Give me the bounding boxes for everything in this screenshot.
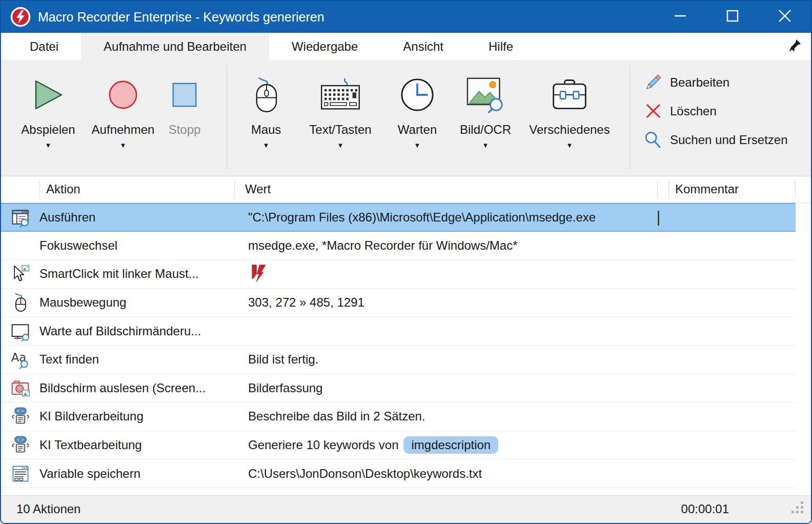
toolbar-button-bild-ocr[interactable]: Bild/OCR▼: [450, 60, 521, 150]
tab-ansicht[interactable]: Ansicht: [380, 33, 466, 60]
table-row-ki-textbearbeitung[interactable]: KI TextbearbeitungGeneriere 10 keywords …: [1, 431, 796, 460]
tab-datei[interactable]: Datei: [7, 33, 81, 60]
tab-hilfe[interactable]: Hilfe: [466, 33, 536, 60]
bolt-logo-icon: [248, 263, 270, 285]
keyboard-icon: [319, 78, 361, 112]
toolbar-button-label: Aufnehmen: [92, 123, 155, 137]
toolbar-button-verschiedenes[interactable]: Verschiedenes▼: [521, 60, 618, 150]
column-separator[interactable]: [795, 181, 796, 198]
toolbar-button-label: Stopp: [169, 123, 201, 137]
value-text: Beschreibe das Bild in 2 Sätzen.: [248, 409, 425, 424]
ribbon: Abspielen▼Aufnehmen▼Stopp Maus▼Text/Tast…: [1, 60, 811, 176]
toolbar-button-label: Bearbeiten: [670, 75, 729, 90]
table-row-ki-bildverarbeitung[interactable]: KI BildverarbeitungBeschreibe das Bild i…: [1, 402, 796, 431]
mouse-big-icon: [251, 76, 281, 114]
table-row-fokuswechsel[interactable]: Fokuswechselmsedge.exe, *Macro Recorder …: [1, 232, 796, 260]
toolbar-button-maus[interactable]: Maus▼: [236, 60, 296, 150]
minimize-button[interactable]: [654, 1, 706, 33]
text-find-icon: Aa: [10, 349, 31, 370]
screen-capture-icon: [10, 378, 31, 398]
toolbar-button-aufnehmen[interactable]: Aufnehmen▼: [84, 60, 162, 150]
column-header-kommentar[interactable]: Kommentar: [675, 176, 739, 202]
window-title: Macro Recorder Enterprise - Keywords gen…: [38, 10, 324, 25]
table-row-ausf-hren[interactable]: Ausführen"C:\Program Files (x86)\Microso…: [1, 203, 796, 232]
mouse-small-icon: [10, 292, 31, 313]
table-header: Aktion Wert Kommentar: [1, 176, 811, 203]
ribbon-separator: [630, 65, 630, 170]
value-cell: Bilderfassung: [241, 381, 796, 395]
action-cell: Fokuswechsel: [39, 238, 241, 253]
table-row-smartclick-mit-linker-maust[interactable]: SmartClick mit linker Maust...: [1, 260, 796, 289]
action-cell: Mausbewegung: [39, 295, 241, 310]
dropdown-arrow-icon[interactable]: ▼: [566, 142, 573, 150]
svg-text:Aa: Aa: [11, 351, 26, 364]
dropdown-arrow-icon[interactable]: ▼: [45, 142, 52, 150]
value-text: "C:\Program Files (x86)\Microsoft\Edge\A…: [248, 210, 596, 225]
toolbar-button-label: Maus: [251, 123, 281, 137]
value-text: Bilderfassung: [248, 381, 322, 395]
value-cell: 303, 272 » 485, 1291: [241, 295, 796, 310]
column-separator[interactable]: [657, 181, 658, 198]
actions-count: 10 Aktionen: [16, 496, 80, 522]
value-cell: Bild ist fertig.: [241, 352, 796, 367]
table-row-text-finden[interactable]: AaText findenBild ist fertig.: [1, 346, 796, 374]
ribbon-pin-button[interactable]: [788, 33, 811, 60]
add-action-group: Maus▼Text/Tasten▼Warten▼Bild/OCR▼Verschi…: [236, 60, 618, 150]
action-cell: SmartClick mit linker Maust...: [39, 267, 241, 281]
dropdown-arrow-icon[interactable]: ▼: [337, 142, 344, 150]
toolbar-button-abspielen[interactable]: Abspielen▼: [12, 60, 84, 150]
column-separator[interactable]: [668, 181, 669, 198]
column-separator[interactable]: [39, 181, 40, 198]
toolbar-button-label: Abspielen: [21, 123, 75, 137]
variable-chip[interactable]: imgdescription: [403, 436, 498, 454]
stop-icon: [172, 82, 197, 108]
value-cell: Beschreibe das Bild in 2 Sätzen.: [241, 409, 796, 424]
value-text: Bild ist fertig.: [248, 352, 318, 367]
status-bar: 10 Aktionen 00:00:01: [1, 495, 811, 523]
table-row-mausbewegung[interactable]: Mausbewegung303, 272 » 485, 1291: [1, 289, 796, 317]
dropdown-arrow-icon[interactable]: ▼: [120, 142, 127, 150]
duration: 00:00:01: [681, 496, 729, 522]
tab-wiedergabe[interactable]: Wiedergabe: [269, 33, 380, 60]
pencil-icon: [644, 73, 662, 92]
maximize-icon: [725, 9, 740, 25]
resize-grip-icon[interactable]: [790, 500, 805, 517]
dropdown-arrow-icon[interactable]: ▼: [414, 142, 421, 150]
column-header-wert[interactable]: Wert: [245, 176, 271, 202]
table-row-warte-auf-bildschirm-nderu[interactable]: Warte auf Bildschirmänderu...: [1, 317, 796, 346]
toolbar-button-label: Text/Tasten: [309, 123, 371, 137]
toolbar-button-suchen-und-ersetzen[interactable]: Suchen und Ersetzen: [644, 129, 788, 151]
close-button[interactable]: [759, 1, 811, 33]
toolbar-button-label: Löschen: [670, 104, 717, 118]
value-cell: C:\Users\JonDonson\Desktop\keywords.txt: [241, 467, 796, 481]
toolbar-button-label: Suchen und Ersetzen: [670, 133, 788, 147]
toolbar-button-bearbeiten[interactable]: Bearbeiten: [644, 71, 788, 93]
ribbon-separator: [227, 65, 227, 170]
toolbar-button-label: Verschiedenes: [529, 123, 610, 137]
value-text: C:\Users\JonDonson\Desktop\keywords.txt: [248, 467, 482, 481]
dropdown-arrow-icon[interactable]: ▼: [263, 142, 270, 150]
window-controls: [654, 1, 811, 33]
record-icon: [108, 79, 138, 110]
dropdown-arrow-icon[interactable]: ▼: [482, 142, 489, 150]
edit-group: BearbeitenLöschenSuchen und Ersetzen: [644, 71, 788, 151]
maximize-button[interactable]: [706, 1, 759, 33]
table-row-bildschirm-auslesen-screen[interactable]: Bildschirm auslesen (Screen...Bilderfass…: [1, 374, 796, 403]
value-cell: Generiere 10 keywords vonimgdescription: [241, 436, 796, 454]
toolbar-button-text-tasten[interactable]: Text/Tasten▼: [296, 60, 384, 150]
action-cell: Text finden: [39, 352, 241, 367]
value-cell: "C:\Program Files (x86)\Microsoft\Edge\A…: [241, 210, 796, 225]
toolbar-button-stopp[interactable]: Stopp: [162, 60, 207, 150]
toolbar-button-l-schen[interactable]: Löschen: [644, 100, 788, 122]
app-logo-icon: [10, 7, 31, 27]
column-header-aktion[interactable]: Aktion: [46, 176, 80, 202]
clock-icon: [399, 77, 435, 113]
table-row-variable-speichern[interactable]: Variable speichernC:\Users\JonDonson\Des…: [1, 459, 796, 488]
menu-tabs: DateiAufnahme und BearbeitenWiedergabeAn…: [7, 33, 536, 60]
pin-icon: [788, 38, 802, 54]
column-separator[interactable]: [234, 181, 235, 198]
toolbar-button-label: Warten: [398, 123, 437, 137]
toolbar-button-warten[interactable]: Warten▼: [384, 60, 450, 150]
action-cell: Warte auf Bildschirmänderu...: [39, 324, 241, 338]
tab-aufnahme-und-bearbeiten[interactable]: Aufnahme und Bearbeiten: [81, 33, 269, 60]
